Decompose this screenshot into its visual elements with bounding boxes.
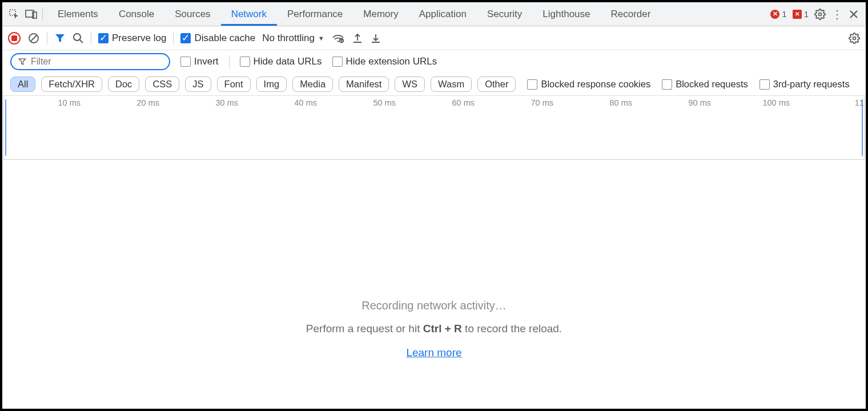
blocked-cookies-label: Blocked response cookies — [541, 79, 650, 90]
empty-subtitle: Perform a request or hit Ctrl + R to rec… — [2, 323, 866, 335]
third-party-label: 3rd-party requests — [773, 79, 850, 90]
tick-label: 30 ms — [216, 98, 239, 107]
divider — [42, 8, 43, 21]
type-img[interactable]: Img — [256, 76, 287, 92]
settings-icon[interactable] — [814, 9, 826, 20]
type-manifest[interactable]: Manifest — [339, 76, 389, 92]
hide-data-urls-checkbox[interactable]: Hide data URLs — [240, 56, 322, 67]
divider — [47, 32, 47, 45]
record-button[interactable] — [8, 32, 21, 45]
preserve-log-checkbox[interactable]: ✓ Preserve log — [98, 33, 166, 44]
errors-badge[interactable]: ✕ 1 — [770, 9, 786, 19]
network-toolbar: ✓ Preserve log ✓ Disable cache No thrott… — [2, 26, 866, 50]
type-other[interactable]: Other — [477, 76, 516, 92]
devtools-tabbar: Elements Console Sources Network Perform… — [2, 2, 866, 26]
timeline-handle-right[interactable] — [862, 99, 863, 156]
empty-title: Recording network activity… — [2, 299, 866, 312]
checkbox-icon — [527, 79, 537, 90]
tab-application[interactable]: Application — [409, 2, 477, 26]
empty-state: Recording network activity… Perform a re… — [2, 299, 866, 359]
tab-elements[interactable]: Elements — [47, 2, 108, 26]
device-toolbar-icon[interactable] — [23, 6, 40, 23]
dropdown-icon: ▼ — [318, 35, 324, 42]
tab-sources[interactable]: Sources — [164, 2, 220, 26]
svg-point-5 — [74, 34, 81, 41]
checkbox-icon — [332, 57, 343, 67]
type-fetch-xhr[interactable]: Fetch/XHR — [41, 76, 102, 92]
tick-label: 20 ms — [137, 98, 160, 107]
tick-label: 80 ms — [610, 98, 633, 107]
type-ws[interactable]: WS — [395, 76, 425, 92]
learn-more-link[interactable]: Learn more — [406, 346, 461, 358]
blocked-cookies-checkbox[interactable]: Blocked response cookies — [527, 79, 650, 90]
checkbox-icon — [760, 79, 770, 90]
search-icon[interactable] — [73, 33, 84, 44]
type-all[interactable]: All — [10, 76, 35, 92]
preserve-log-label: Preserve log — [112, 33, 166, 44]
throttling-select[interactable]: No throttling ▼ — [262, 33, 324, 44]
tick-label: 90 ms — [689, 98, 712, 107]
import-har-icon[interactable] — [352, 33, 363, 44]
issue-icon: ✕ — [793, 10, 802, 19]
type-js[interactable]: JS — [185, 76, 211, 92]
errors-count: 1 — [782, 9, 786, 19]
tick-label: 10 ms — [58, 98, 81, 107]
network-settings-icon[interactable] — [849, 33, 860, 44]
third-party-checkbox[interactable]: 3rd-party requests — [760, 79, 850, 90]
clear-button[interactable] — [27, 32, 40, 45]
svg-point-3 — [819, 13, 822, 15]
type-css[interactable]: CSS — [145, 76, 179, 92]
error-icon: ✕ — [770, 10, 779, 19]
inspect-element-icon[interactable] — [6, 6, 23, 23]
tick-label: 50 ms — [373, 98, 396, 107]
tab-recorder[interactable]: Recorder — [601, 2, 661, 26]
type-wasm[interactable]: Wasm — [431, 76, 472, 92]
type-font[interactable]: Font — [217, 76, 251, 92]
invert-label: Invert — [194, 56, 219, 67]
tab-security[interactable]: Security — [477, 2, 532, 26]
timeline-overview[interactable]: 10 ms 20 ms 30 ms 40 ms 50 ms 60 ms 70 m… — [3, 96, 865, 160]
resource-type-bar: All Fetch/XHR Doc CSS JS Font Img Media … — [2, 73, 866, 96]
svg-point-8 — [853, 37, 856, 39]
tick-label: 60 ms — [452, 98, 475, 107]
filter-bar: Invert Hide data URLs Hide extension URL… — [2, 50, 866, 73]
filter-toggle-icon[interactable] — [54, 33, 66, 44]
tab-lighthouse[interactable]: Lighthouse — [532, 2, 600, 26]
network-conditions-icon[interactable] — [331, 33, 345, 44]
close-icon[interactable] — [849, 9, 859, 19]
checkbox-icon — [240, 57, 250, 67]
issues-count: 1 — [804, 9, 809, 19]
panel-tabs: Elements Console Sources Network Perform… — [47, 2, 661, 26]
tick-label: 40 ms — [295, 98, 318, 107]
disable-cache-label: Disable cache — [194, 33, 255, 44]
checkbox-checked-icon: ✓ — [98, 33, 108, 43]
type-doc[interactable]: Doc — [108, 76, 139, 92]
timeline-handle-left[interactable] — [5, 99, 6, 156]
tab-console[interactable]: Console — [108, 2, 164, 26]
tab-memory[interactable]: Memory — [353, 2, 408, 26]
issues-badge[interactable]: ✕ 1 — [793, 9, 809, 19]
checkbox-checked-icon: ✓ — [180, 33, 191, 43]
export-har-icon[interactable] — [370, 33, 381, 44]
more-menu-icon[interactable]: ⋮ — [831, 7, 843, 21]
filter-input-wrap[interactable] — [10, 53, 170, 70]
checkbox-icon — [662, 79, 672, 90]
throttling-value: No throttling — [262, 33, 315, 44]
divider — [173, 32, 174, 45]
funnel-icon — [18, 58, 26, 66]
tick-label: 100 ms — [762, 98, 790, 107]
divider — [229, 55, 230, 68]
svg-point-6 — [337, 41, 339, 42]
tick-label: 110 — [855, 98, 865, 107]
blocked-requests-checkbox[interactable]: Blocked requests — [662, 79, 748, 90]
hide-extension-urls-checkbox[interactable]: Hide extension URLs — [332, 56, 437, 67]
tab-performance[interactable]: Performance — [277, 2, 353, 26]
filter-input[interactable] — [31, 57, 162, 67]
blocked-req-label: Blocked requests — [676, 79, 748, 90]
tab-network[interactable]: Network — [221, 2, 277, 26]
divider — [91, 32, 91, 45]
hide-data-label: Hide data URLs — [254, 56, 322, 67]
disable-cache-checkbox[interactable]: ✓ Disable cache — [180, 33, 255, 44]
invert-checkbox[interactable]: Invert — [180, 56, 219, 67]
type-media[interactable]: Media — [292, 76, 333, 92]
